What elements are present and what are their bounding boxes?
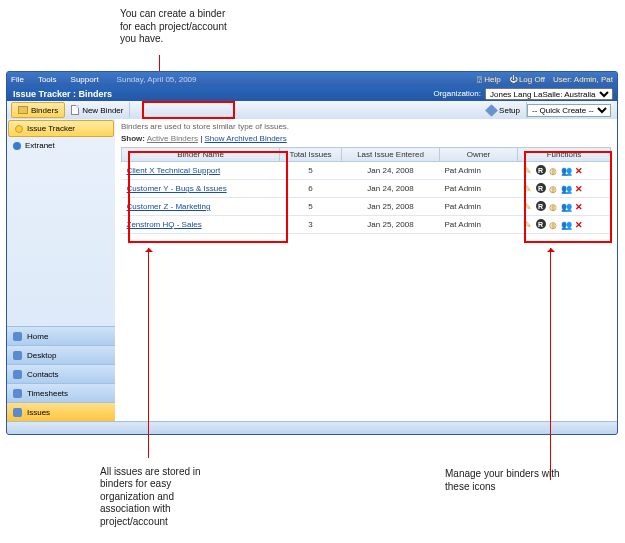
sidebar-item-label: Issue Tracker <box>27 124 75 133</box>
nav-home[interactable]: Home <box>7 326 115 345</box>
annotation-arrow-br <box>550 248 551 480</box>
globe-icon[interactable]: ◍ <box>548 201 559 212</box>
cell-last: Jan 24, 2008 <box>342 162 440 180</box>
sidebar-item-extranet[interactable]: Extranet <box>7 138 115 153</box>
table-row: Customer Y - Bugs & Issues6Jan 24, 2008P… <box>122 180 611 198</box>
sidebar-item-issue-tracker[interactable]: Issue Tracker <box>8 120 114 137</box>
toolbar-setup-label: Setup <box>499 106 520 115</box>
toolbar: Binders New Binder Setup -- Quick Create… <box>7 101 617 119</box>
nav-label: Home <box>27 332 48 341</box>
nav-label: Issues <box>27 408 50 417</box>
logoff-label: Log Off <box>519 75 545 84</box>
sidebar-item-label: Extranet <box>25 141 55 150</box>
delete-icon[interactable]: ✕ <box>574 201 585 212</box>
toolbar-new-binder-label: New Binder <box>82 106 123 115</box>
show-archived-binders[interactable]: Show Archived Binders <box>204 134 286 143</box>
desktop-icon <box>13 351 22 360</box>
annotation-arrow-bl <box>148 248 149 458</box>
report-icon[interactable]: R <box>536 183 546 193</box>
col-last-issue[interactable]: Last Issue Entered <box>342 148 440 162</box>
globe-icon <box>13 142 21 150</box>
globe-icon[interactable]: ◍ <box>548 183 559 194</box>
menu-support[interactable]: Support <box>71 75 99 84</box>
annotation-bottom-right: Manage your binders with these icons <box>445 468 565 493</box>
nav-issues[interactable]: Issues <box>7 402 115 421</box>
quick-create-select[interactable]: -- Quick Create -- <box>527 104 611 117</box>
nav-label: Timesheets <box>27 389 68 398</box>
toolbar-binders-label: Binders <box>31 106 58 115</box>
nav-timesheets[interactable]: Timesheets <box>7 383 115 402</box>
menubar: File Tools Support Sunday, April 05, 200… <box>7 72 617 86</box>
nav-label: Contacts <box>27 370 59 379</box>
user-info: User: Admin, Pat <box>553 75 613 84</box>
help-link[interactable]: ⍰ Help <box>477 75 501 84</box>
delete-icon[interactable]: ✕ <box>574 165 585 176</box>
toolbar-binders-button[interactable]: Binders <box>11 102 65 118</box>
logoff-link[interactable]: ⏻ Log Off <box>509 75 545 84</box>
people-icon[interactable]: 👥 <box>561 183 572 194</box>
cell-owner: Pat Admin <box>440 162 518 180</box>
delete-icon[interactable]: ✕ <box>574 219 585 230</box>
toolbar-setup-button[interactable]: Setup <box>481 102 527 118</box>
issues-icon <box>13 408 22 417</box>
globe-icon[interactable]: ◍ <box>548 165 559 176</box>
toolbar-new-binder-button[interactable]: New Binder <box>65 102 130 118</box>
nav-desktop[interactable]: Desktop <box>7 345 115 364</box>
cell-owner: Pat Admin <box>440 216 518 234</box>
annotation-top: You can create a binder for each project… <box>120 8 230 46</box>
binder-link[interactable]: Customer Y - Bugs & Issues <box>127 184 227 193</box>
table-row: Customer Z - Marketing5Jan 25, 2008Pat A… <box>122 198 611 216</box>
clock-icon <box>13 389 22 398</box>
binder-icon <box>18 106 28 114</box>
bulb-icon <box>15 125 23 133</box>
show-active-binders[interactable]: Active Binders <box>147 134 198 143</box>
hint-text: Binders are used to store similar type o… <box>115 119 617 134</box>
delete-icon[interactable]: ✕ <box>574 183 585 194</box>
binder-link[interactable]: Client X Technical Support <box>127 166 221 175</box>
org-label: Organization: <box>433 89 481 98</box>
cell-owner: Pat Admin <box>440 180 518 198</box>
cell-last: Jan 25, 2008 <box>342 198 440 216</box>
report-icon[interactable]: R <box>536 219 546 229</box>
col-owner[interactable]: Owner <box>440 148 518 162</box>
menu-tools[interactable]: Tools <box>38 75 57 84</box>
titlebar: Issue Tracker : Binders Organization: Jo… <box>7 86 617 101</box>
contacts-icon <box>13 370 22 379</box>
report-icon[interactable]: R <box>536 201 546 211</box>
page-title: Issue Tracker : Binders <box>13 89 112 99</box>
app-window: File Tools Support Sunday, April 05, 200… <box>6 71 618 435</box>
status-bar <box>7 421 617 434</box>
cell-last: Jan 24, 2008 <box>342 180 440 198</box>
org-select[interactable]: Jones Lang LaSalle: Australia <box>485 88 613 100</box>
table-row: Client X Technical Support5Jan 24, 2008P… <box>122 162 611 180</box>
cell-total: 3 <box>280 216 342 234</box>
edit-icon[interactable]: ✎ <box>523 165 534 176</box>
edit-icon[interactable]: ✎ <box>523 219 534 230</box>
binder-link[interactable]: Zenstrom HQ - Sales <box>127 220 202 229</box>
globe-icon[interactable]: ◍ <box>548 219 559 230</box>
col-total-issues[interactable]: Total Issues <box>280 148 342 162</box>
report-icon[interactable]: R <box>536 165 546 175</box>
new-doc-icon <box>71 105 79 115</box>
cell-owner: Pat Admin <box>440 198 518 216</box>
setup-icon <box>485 104 498 117</box>
people-icon[interactable]: 👥 <box>561 165 572 176</box>
edit-icon[interactable]: ✎ <box>523 183 534 194</box>
cell-total: 5 <box>280 162 342 180</box>
menubar-date: Sunday, April 05, 2009 <box>117 75 197 84</box>
menu-file[interactable]: File <box>11 75 24 84</box>
help-label: Help <box>484 75 500 84</box>
people-icon[interactable]: 👥 <box>561 219 572 230</box>
col-functions: Functions <box>518 148 611 162</box>
people-icon[interactable]: 👥 <box>561 201 572 212</box>
nav-contacts[interactable]: Contacts <box>7 364 115 383</box>
binder-link[interactable]: Customer Z - Marketing <box>127 202 211 211</box>
show-filter: Show: Active Binders | Show Archived Bin… <box>115 134 617 147</box>
sidebar: Issue Tracker Extranet Home Desktop Cont… <box>7 119 115 421</box>
edit-icon[interactable]: ✎ <box>523 201 534 212</box>
nav-label: Desktop <box>27 351 56 360</box>
col-binder-name[interactable]: Binder Name <box>122 148 280 162</box>
annotation-bottom-left: All issues are stored in binders for eas… <box>100 466 220 529</box>
table-row: Zenstrom HQ - Sales3Jan 25, 2008Pat Admi… <box>122 216 611 234</box>
cell-total: 6 <box>280 180 342 198</box>
